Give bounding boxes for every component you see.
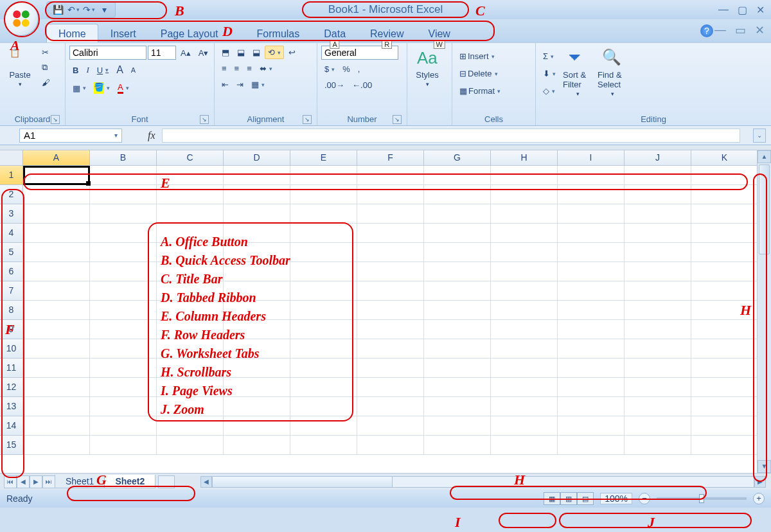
tab-home[interactable]: Home [46, 24, 98, 42]
expand-formula-bar[interactable]: ⌄ [753, 129, 766, 143]
comma-button[interactable]: , [355, 62, 364, 76]
column-header-E[interactable]: E [290, 150, 357, 166]
zoom-in-button[interactable]: + [753, 493, 765, 504]
page-layout-view-button[interactable]: ▥ [560, 492, 577, 505]
font-launcher[interactable]: ↘ [200, 115, 209, 124]
office-button[interactable] [4, 1, 39, 36]
fill-color-button[interactable]: 🪣 [91, 80, 113, 96]
underline-button[interactable]: U [94, 64, 112, 77]
prev-sheet-button[interactable]: ◀ [17, 475, 30, 488]
ribbon-restore-button[interactable]: ▭ [735, 23, 746, 37]
new-sheet-button[interactable] [158, 475, 175, 488]
row-header-8[interactable]: 8 [0, 301, 23, 320]
next-sheet-button[interactable]: ▶ [30, 475, 42, 488]
vertical-scrollbar[interactable]: ▲ ▼ [757, 150, 771, 473]
clipboard-launcher[interactable]: ↘ [51, 115, 60, 124]
scroll-left-icon[interactable]: ◀ [200, 476, 212, 488]
qat-customize-icon[interactable]: ▾ [98, 4, 110, 15]
redo-icon[interactable]: ↷ [83, 4, 94, 15]
undo-icon[interactable]: ↶ [67, 4, 79, 15]
merge-button[interactable]: ⬌ [256, 62, 276, 75]
row-header-5[interactable]: 5 [0, 243, 23, 262]
align-right-button[interactable]: ≡ [244, 62, 255, 75]
borders-button[interactable]: ▦ [69, 82, 89, 95]
clear-button[interactable]: ◇ [540, 84, 559, 98]
column-header-K[interactable]: K [691, 150, 758, 166]
orientation-button[interactable]: ⟲ [265, 46, 284, 59]
zoom-slider[interactable] [657, 497, 747, 500]
tab-view[interactable]: ViewW [416, 24, 463, 42]
align-left-button[interactable]: ≡ [218, 62, 230, 75]
align-top-button[interactable]: ⬒ [218, 46, 233, 59]
row-header-9[interactable]: 9 [0, 320, 23, 339]
styles-button[interactable]: Aa Styles▾ [411, 46, 443, 90]
scroll-up-icon[interactable]: ▲ [758, 150, 771, 163]
select-all-button[interactable] [0, 150, 23, 166]
format-painter-button[interactable]: 🖌 [39, 76, 53, 89]
column-header-G[interactable]: G [424, 150, 491, 166]
column-header-I[interactable]: I [558, 150, 625, 166]
ribbon-minimize-button[interactable]: — [714, 23, 726, 37]
tab-insert[interactable]: Insert [98, 24, 148, 42]
zoom-level[interactable]: 100% [600, 493, 632, 504]
shrink-font-button[interactable]: A▾ [195, 46, 212, 60]
row-header-14[interactable]: 14 [0, 416, 23, 436]
decrease-decimal-button[interactable]: ←.00 [349, 78, 375, 92]
vscroll-thumb[interactable] [759, 164, 770, 254]
row-header-3[interactable]: 3 [0, 204, 23, 224]
cut-button[interactable]: ✂ [39, 46, 53, 59]
row-header-11[interactable]: 11 [0, 359, 23, 378]
column-header-B[interactable]: B [90, 150, 157, 166]
page-break-view-button[interactable]: ▤ [577, 492, 594, 505]
number-launcher[interactable]: ↘ [393, 115, 402, 124]
name-box[interactable]: A1▾ [19, 129, 122, 143]
bold-button[interactable]: B [69, 64, 82, 77]
decrease-font-button[interactable]: A [128, 64, 139, 76]
currency-button[interactable]: $ [321, 62, 338, 76]
insert-cells-button[interactable]: ⊞ Insert [456, 49, 498, 63]
scroll-down-icon[interactable]: ▼ [758, 460, 771, 473]
increase-font-button[interactable]: A [113, 62, 127, 78]
row-header-15[interactable]: 15 [0, 436, 23, 455]
row-header-10[interactable]: 10 [0, 339, 23, 359]
format-cells-button[interactable]: ▦ Format [456, 84, 504, 98]
align-middle-button[interactable]: ⬓ [234, 46, 248, 59]
align-bottom-button[interactable]: ⬓ [249, 46, 263, 59]
tab-formulas[interactable]: Formulas [231, 24, 312, 42]
formula-input[interactable] [162, 129, 740, 143]
align-center-button[interactable]: ≡ [231, 62, 243, 75]
font-name-select[interactable] [69, 46, 146, 60]
minimize-button[interactable]: — [718, 4, 729, 16]
autosum-button[interactable]: Σ [540, 49, 559, 63]
increase-decimal-button[interactable]: .00→ [321, 78, 348, 92]
delete-cells-button[interactable]: ⊟ Delete [456, 67, 501, 80]
zoom-out-button[interactable]: − [639, 493, 650, 504]
horizontal-scrollbar[interactable]: ◀ ▶ [200, 476, 766, 488]
tab-review[interactable]: ReviewR [358, 24, 416, 42]
row-header-13[interactable]: 13 [0, 397, 23, 416]
help-icon[interactable]: ? [700, 24, 713, 37]
row-header-1[interactable]: 1 [0, 166, 23, 185]
save-icon[interactable]: 💾 [52, 4, 64, 15]
scroll-right-icon[interactable]: ▶ [754, 476, 766, 488]
row-header-6[interactable]: 6 [0, 262, 23, 281]
find-select-button[interactable]: 🔍 Find & Select▾ [596, 46, 628, 100]
paste-button[interactable]: 📋 Paste▾ [4, 46, 36, 90]
cells-area[interactable] [23, 166, 757, 473]
ribbon-close-button[interactable]: ✕ [755, 23, 765, 37]
grow-font-button[interactable]: A▴ [177, 46, 194, 60]
fill-button[interactable]: ⬇ [540, 67, 559, 80]
fx-icon[interactable]: fx [148, 130, 155, 141]
alignment-launcher[interactable]: ↘ [303, 115, 312, 124]
wrap-text-button[interactable]: ↩ [285, 46, 299, 59]
decrease-indent-button[interactable]: ⇤ [218, 78, 232, 91]
column-header-H[interactable]: H [491, 150, 558, 166]
copy-button[interactable]: ⧉ [39, 60, 53, 75]
column-header-J[interactable]: J [625, 150, 691, 166]
normal-view-button[interactable]: ▦ [544, 492, 560, 505]
merge-center-button[interactable]: ▦ [248, 78, 268, 91]
italic-button[interactable]: I [83, 63, 92, 77]
column-header-D[interactable]: D [224, 150, 290, 166]
hscroll-thumb[interactable] [213, 477, 393, 487]
last-sheet-button[interactable]: ⏭ [42, 475, 55, 488]
